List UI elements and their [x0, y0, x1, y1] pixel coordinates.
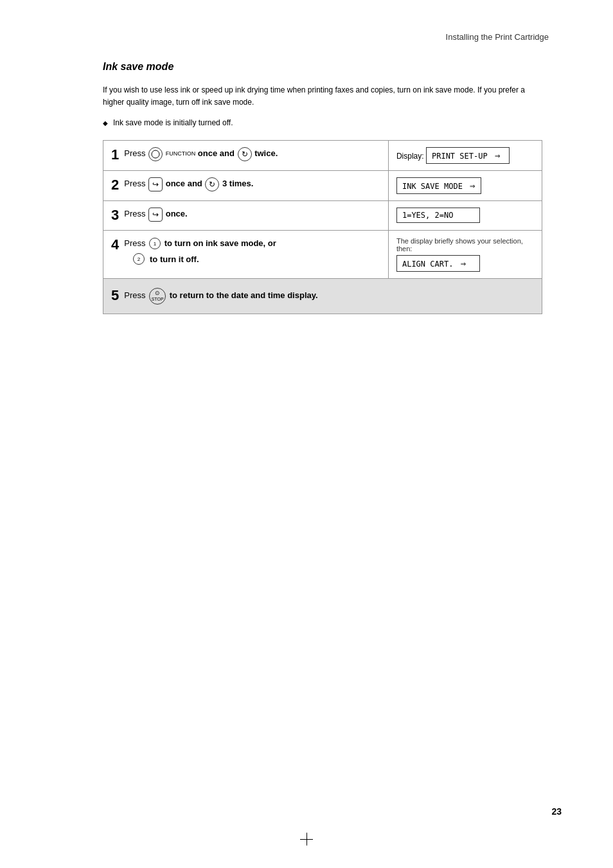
header-title: Installing the Print Cartridge [446, 32, 549, 42]
bullet-item: Ink save mode is initially turned off. [103, 118, 542, 127]
step-3-row: 3 Press ↪ once. 1=YES, 2=NO [103, 201, 542, 230]
stop-button[interactable]: ⊙ STOP [149, 288, 166, 305]
display-sub-text-4: The display briefly shows your selection… [396, 237, 534, 252]
steps-table: 1 Press FUNCTION once and ↻ twice. Displ… [103, 140, 542, 314]
key-1-button[interactable]: 1 [149, 238, 161, 249]
display-arrow-1: ⇒ [495, 150, 500, 161]
step-5-text: Press ⊙ STOP to return to the date and t… [124, 288, 534, 305]
step-1-number: 1 [111, 147, 119, 163]
display-text-4: ALIGN CART. [402, 260, 453, 269]
key-2-button[interactable]: 2 [133, 253, 145, 265]
section-title: Ink save mode [103, 61, 542, 73]
nav-button-2[interactable]: ↪ [148, 177, 163, 191]
display-arrow-2: ⇒ [470, 181, 475, 191]
page-content: Installing the Print Cartridge Ink save … [0, 0, 613, 868]
step-4-row: 4 Press 1 to turn on ink save mode, or 2… [103, 230, 542, 278]
step-2-row: 2 Press ↪ once and ↻ 3 times. INK SAVE M… [103, 171, 542, 201]
step-3-left: 3 Press ↪ once. [103, 201, 389, 230]
step-4-extra: 2 to turn it off. [132, 253, 380, 265]
function-button[interactable] [148, 147, 163, 161]
display-arrow-4: ⇒ [461, 258, 466, 269]
display-box-3: 1=YES, 2=NO [396, 208, 480, 223]
step-1-once: once and [198, 149, 237, 159]
intro-paragraph: If you wish to use less ink or speed up … [103, 84, 542, 109]
step-1-text: Press FUNCTION once and ↻ twice. [124, 147, 380, 161]
step-3-text: Press ↪ once. [124, 208, 380, 222]
step-4-left: 4 Press 1 to turn on ink save mode, or 2… [103, 230, 389, 278]
step-1-right: Display: PRINT SET-UP ⇒ [388, 141, 542, 171]
step-1-left: 1 Press FUNCTION once and ↻ twice. [103, 141, 389, 171]
svg-point-0 [152, 150, 159, 158]
up-arrow-button[interactable]: ↻ [238, 147, 252, 161]
nav-button-3[interactable]: ↪ [148, 208, 163, 222]
display-text-3: 1=YES, 2=NO [402, 211, 453, 220]
step-5-row: 5 Press ⊙ STOP to return to the date and… [103, 278, 542, 314]
step-4-right: The display briefly shows your selection… [388, 230, 542, 278]
step-3-right: 1=YES, 2=NO [388, 201, 542, 230]
display-text-1: PRINT SET-UP [432, 152, 488, 161]
step-4-text: Press 1 to turn on ink save mode, or [124, 237, 380, 250]
step-2-left: 2 Press ↪ once and ↻ 3 times. [103, 171, 389, 201]
bullet-text: Ink save mode is initially turned off. [113, 118, 233, 127]
display-box-2: INK SAVE MODE ⇒ [396, 177, 481, 194]
main-content: Ink save mode If you wish to use less in… [103, 61, 542, 314]
function-label: FUNCTION [166, 151, 196, 157]
page-header: Installing the Print Cartridge [39, 26, 574, 42]
step-3-number: 3 [111, 208, 119, 223]
step-2-right: INK SAVE MODE ⇒ [388, 171, 542, 201]
step-1-twice: twice. [254, 149, 278, 159]
step-1-row: 1 Press FUNCTION once and ↻ twice. Displ… [103, 141, 542, 171]
display-label-1: Display: [396, 152, 424, 161]
step-5-number: 5 [111, 288, 119, 303]
step-2-number: 2 [111, 177, 119, 193]
display-box-4: ALIGN CART. ⇒ [396, 255, 480, 272]
step-5-left: 5 Press ⊙ STOP to return to the date and… [103, 278, 542, 314]
up-arrow-button-2[interactable]: ↻ [205, 177, 219, 191]
step-2-text: Press ↪ once and ↻ 3 times. [124, 177, 380, 191]
display-box-1: PRINT SET-UP ⇒ [426, 147, 510, 164]
step-4-number: 4 [111, 237, 119, 252]
page-number: 23 [551, 806, 562, 817]
display-text-2: INK SAVE MODE [402, 182, 463, 191]
